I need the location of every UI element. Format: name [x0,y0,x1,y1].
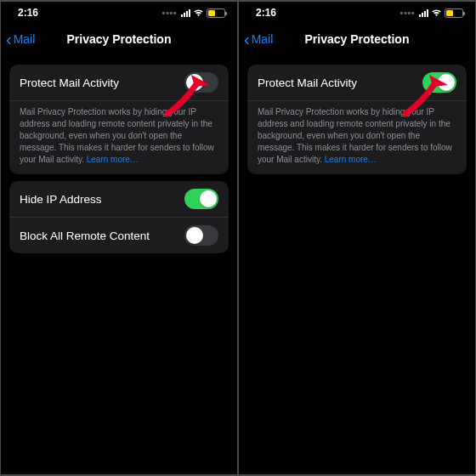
group-ip: Hide IP Address Block All Remote Content [9,181,229,253]
battery-fill [208,10,215,16]
nav-bar: ‹ Mail Privacy Protection [1,24,237,54]
row-label: Protect Mail Activity [20,76,119,89]
group-protect: Protect Mail Activity Mail Privacy Prote… [9,65,229,174]
status-bar: 2:16 •••• [1,2,237,24]
dots-icon: •••• [162,8,177,18]
page-title: Privacy Protection [67,32,172,46]
group-protect: Protect Mail Activity Mail Privacy Prote… [247,65,467,174]
chevron-left-icon: ‹ [6,31,12,48]
chevron-left-icon: ‹ [244,31,250,48]
battery-icon [207,8,225,18]
back-button[interactable]: ‹ Mail [6,31,35,48]
signal-icon [181,9,190,17]
wifi-icon [431,8,442,17]
toggle-hide-ip[interactable] [184,189,218,209]
row-label: Block All Remote Content [20,230,150,242]
wifi-icon [193,8,204,17]
status-bar: 2:16 •••• [239,2,475,24]
nav-bar: ‹ Mail Privacy Protection [239,24,475,54]
back-button[interactable]: ‹ Mail [244,31,273,48]
back-label: Mail [14,32,36,46]
row-protect-mail[interactable]: Protect Mail Activity [247,65,467,101]
desc-protect: Mail Privacy Protection works by hiding … [9,101,229,174]
row-label: Protect Mail Activity [258,76,357,89]
learn-more-link[interactable]: Learn more… [325,155,377,164]
row-protect-mail[interactable]: Protect Mail Activity [9,65,229,101]
page-title: Privacy Protection [305,32,410,46]
learn-more-link[interactable]: Learn more… [87,155,139,164]
dots-icon: •••• [400,8,415,18]
battery-icon [445,8,463,18]
row-block-remote[interactable]: Block All Remote Content [9,218,229,253]
status-time: 2:16 [256,7,276,19]
row-hide-ip[interactable]: Hide IP Address [9,181,229,218]
toggle-protect-mail[interactable] [184,72,218,93]
desc-protect: Mail Privacy Protection works by hiding … [247,101,467,174]
battery-fill [446,10,453,16]
toggle-block-remote[interactable] [184,225,218,246]
toggle-protect-mail[interactable] [422,72,456,93]
status-time: 2:16 [18,7,38,19]
phone-left: 2:16 •••• ‹ Mail Privacy Protection Prot… [1,2,237,474]
row-label: Hide IP Address [20,193,102,206]
content: Protect Mail Activity Mail Privacy Prote… [1,54,237,253]
back-label: Mail [252,32,274,46]
status-right: •••• [400,8,463,18]
status-right: •••• [162,8,225,18]
phone-right: 2:16 •••• ‹ Mail Privacy Protection Prot… [239,2,475,474]
signal-icon [419,9,428,17]
content: Protect Mail Activity Mail Privacy Prote… [239,54,475,174]
